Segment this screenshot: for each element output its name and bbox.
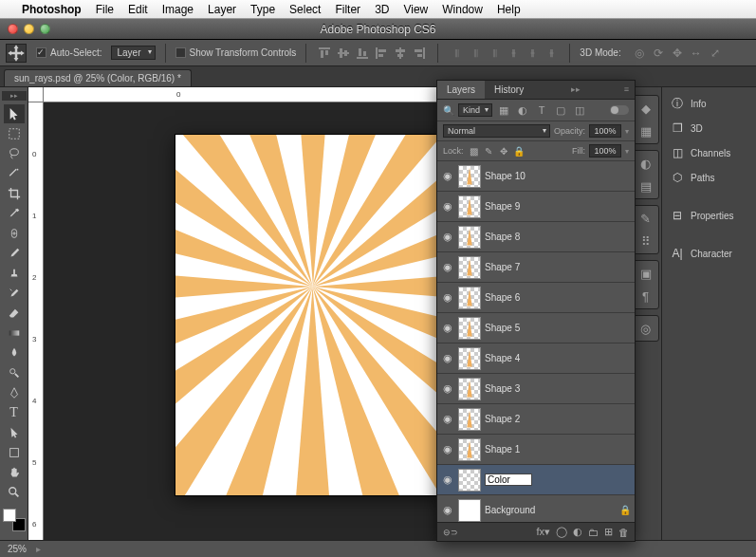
panel-info[interactable]: ⓘInfo xyxy=(666,93,752,114)
zoom-readout[interactable]: 25% xyxy=(8,544,27,554)
distribute-bottom-icon[interactable]: ⫴ xyxy=(486,45,503,62)
adjustments-panel-icon[interactable]: ◐ xyxy=(636,155,655,172)
layer-filter-kind-dropdown[interactable]: Kind xyxy=(458,103,492,117)
visibility-toggle[interactable]: ◉ xyxy=(441,170,454,182)
layer-row[interactable]: ◉Shape 4 xyxy=(437,343,635,374)
visibility-toggle[interactable]: ◉ xyxy=(441,443,454,455)
show-transform-checkbox[interactable]: Show Transform Controls xyxy=(175,47,297,58)
panel-3d[interactable]: ❒3D xyxy=(666,118,752,139)
clone-stamp-tool[interactable] xyxy=(4,264,25,283)
marquee-tool[interactable] xyxy=(4,124,25,143)
lock-position-icon[interactable]: ✥ xyxy=(498,145,510,158)
layer-thumbnail[interactable] xyxy=(458,499,481,522)
dodge-tool[interactable] xyxy=(4,363,25,382)
layer-row[interactable]: ◉Shape 7 xyxy=(437,252,635,283)
layer-thumbnail[interactable] xyxy=(458,195,481,218)
auto-select-checkbox[interactable]: Auto-Select: xyxy=(36,47,101,58)
layers-panel[interactable]: Layers History ▸▸ ≡ 🔍 Kind ▦ ◐ T ▢ ◫ Nor… xyxy=(436,80,636,542)
blend-mode-dropdown[interactable]: Normal xyxy=(443,124,550,138)
layer-thumbnail[interactable] xyxy=(458,438,481,461)
history-tab[interactable]: History xyxy=(485,81,533,99)
align-left-icon[interactable] xyxy=(373,45,390,62)
visibility-toggle[interactable]: ◉ xyxy=(441,413,454,425)
layer-thumbnail[interactable] xyxy=(458,408,481,431)
filter-smart-icon[interactable]: ◫ xyxy=(572,102,587,118)
3d-pan-icon[interactable]: ✥ xyxy=(669,45,686,62)
menu-window[interactable]: Window xyxy=(442,3,483,16)
styles-panel-icon[interactable]: ▤ xyxy=(636,177,655,195)
align-hcenter-icon[interactable] xyxy=(392,45,409,62)
color-swatches[interactable] xyxy=(3,509,26,531)
layer-row[interactable]: ◉Shape 3 xyxy=(437,374,635,404)
layer-thumbnail[interactable] xyxy=(458,165,481,188)
distribute-right-icon[interactable]: ⫵ xyxy=(543,45,560,62)
layer-row[interactable]: ◉ xyxy=(437,465,635,495)
layer-thumbnail[interactable] xyxy=(458,226,481,249)
document-tab[interactable]: sun_rays.psd @ 25% (Color, RGB/16) * xyxy=(4,69,192,86)
3d-slide-icon[interactable]: ↔ xyxy=(688,45,705,62)
active-tool-thumb[interactable] xyxy=(6,44,27,63)
filter-pixel-icon[interactable]: ▦ xyxy=(496,102,511,118)
lock-transparency-icon[interactable]: ▩ xyxy=(468,145,480,158)
layer-fx-icon[interactable]: fx▾ xyxy=(536,526,550,538)
menu-type[interactable]: Type xyxy=(250,3,275,16)
visibility-toggle[interactable]: ◉ xyxy=(441,504,454,516)
menu-edit[interactable]: Edit xyxy=(128,3,148,16)
layer-mask-icon[interactable]: ◯ xyxy=(556,526,567,538)
3d-zoom-icon[interactable]: ⤢ xyxy=(707,45,724,62)
panel-collapse-icon[interactable]: ▸▸ xyxy=(565,81,586,99)
visibility-toggle[interactable]: ◉ xyxy=(441,352,454,364)
layer-thumbnail[interactable] xyxy=(458,317,481,340)
filter-adjust-icon[interactable]: ◐ xyxy=(515,102,530,118)
hand-tool[interactable] xyxy=(4,463,25,482)
align-top-icon[interactable] xyxy=(316,45,333,62)
panel-paths[interactable]: ⬡Paths xyxy=(666,167,752,188)
type-tool[interactable]: T xyxy=(4,403,25,422)
pen-tool[interactable] xyxy=(4,383,25,402)
minimize-window-button[interactable] xyxy=(24,24,34,34)
app-menu[interactable]: Photoshop xyxy=(22,3,82,16)
ruler-vertical[interactable]: 0 1 2 3 4 5 6 xyxy=(28,102,44,540)
layer-thumbnail[interactable] xyxy=(458,378,481,400)
panel-menu-icon[interactable]: ≡ xyxy=(618,81,635,99)
brush-tool[interactable] xyxy=(4,244,25,263)
visibility-toggle[interactable]: ◉ xyxy=(441,473,454,486)
distribute-hcenter-icon[interactable]: ⫵ xyxy=(524,45,541,62)
menu-file[interactable]: File xyxy=(96,3,114,16)
path-select-tool[interactable] xyxy=(4,423,25,442)
opacity-input[interactable] xyxy=(589,124,621,138)
panel-properties[interactable]: ⊟Properties xyxy=(666,205,752,226)
layer-row[interactable]: ◉Background🔒 xyxy=(437,495,635,522)
zoom-tool[interactable] xyxy=(4,483,25,502)
eyedropper-tool[interactable] xyxy=(4,204,25,223)
lock-pixels-icon[interactable]: ✎ xyxy=(483,145,495,158)
visibility-toggle[interactable]: ◉ xyxy=(441,231,454,243)
menu-filter[interactable]: Filter xyxy=(335,3,360,16)
layer-adjust-icon[interactable]: ◐ xyxy=(573,526,582,538)
magic-wand-tool[interactable] xyxy=(4,164,25,183)
filter-toggle[interactable] xyxy=(610,105,629,115)
paragraph-panel-icon[interactable]: ¶ xyxy=(636,288,655,305)
swatches-panel-icon[interactable]: ▦ xyxy=(636,122,655,139)
toolbox-collapse[interactable]: ▸▸ xyxy=(2,91,27,101)
layer-group-icon[interactable]: 🗀 xyxy=(588,527,599,538)
history-brush-tool[interactable] xyxy=(4,284,25,303)
menu-3d[interactable]: 3D xyxy=(375,3,389,16)
layer-thumbnail[interactable] xyxy=(458,469,481,492)
shape-tool[interactable] xyxy=(4,443,25,462)
layers-tab[interactable]: Layers xyxy=(437,81,485,99)
brush-presets-icon[interactable]: ⠿ xyxy=(636,232,655,250)
align-vcenter-icon[interactable] xyxy=(335,45,352,62)
spot-heal-tool[interactable] xyxy=(4,224,25,243)
visibility-toggle[interactable]: ◉ xyxy=(441,382,454,395)
layer-new-icon[interactable]: ⊞ xyxy=(604,526,613,538)
menu-select[interactable]: Select xyxy=(289,3,321,16)
visibility-toggle[interactable]: ◉ xyxy=(441,291,454,304)
distribute-left-icon[interactable]: ⫵ xyxy=(505,45,522,62)
align-right-icon[interactable] xyxy=(411,45,428,62)
layer-row[interactable]: ◉Shape 6 xyxy=(437,283,635,313)
menu-help[interactable]: Help xyxy=(497,3,521,16)
layer-thumbnail[interactable] xyxy=(458,256,481,279)
distribute-top-icon[interactable]: ⫴ xyxy=(448,45,465,62)
eraser-tool[interactable] xyxy=(4,304,25,323)
